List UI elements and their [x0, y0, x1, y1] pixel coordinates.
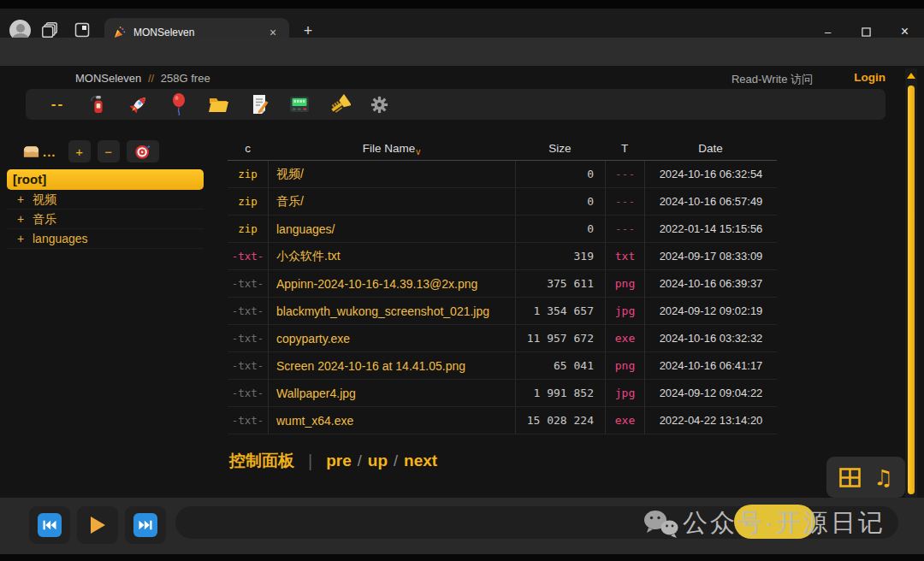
tree-collapse-button[interactable]: −	[98, 140, 120, 162]
up-link[interactable]: up	[368, 452, 388, 470]
file-link[interactable]: 音乐/	[276, 194, 304, 210]
file-size: 375 611	[515, 270, 605, 297]
memo-icon	[250, 94, 269, 115]
tree-expand-icon[interactable]: +	[17, 229, 33, 249]
watermark-text: 公众号·开源日记	[683, 506, 886, 540]
file-size: 0	[515, 161, 605, 187]
tree-list: +视频 +音乐 +languages	[7, 190, 204, 249]
header-size[interactable]: Size	[515, 137, 605, 160]
free-space-label: 258G free	[161, 72, 210, 85]
file-link[interactable]: Screen 2024-10-16 at 14.41.05.png	[276, 359, 465, 373]
avatar-head	[16, 24, 25, 32]
audio-settings-button[interactable]	[319, 92, 359, 117]
grid-view-icon[interactable]	[838, 467, 862, 488]
row-select-cell[interactable]: -txt-	[228, 407, 268, 434]
bread-icon	[22, 144, 40, 159]
header-file-name[interactable]: File Namev	[268, 137, 515, 160]
view-toggle-widget: ♫	[826, 457, 905, 498]
file-link[interactable]: 视频/	[276, 167, 304, 182]
file-size: 11 957 672	[515, 325, 605, 351]
file-type: txt	[605, 243, 644, 269]
settings-button[interactable]	[359, 92, 400, 117]
file-type: exe	[605, 325, 644, 351]
header-date[interactable]: Date	[644, 137, 777, 160]
file-link[interactable]: languages/	[276, 222, 335, 236]
scroll-up-icon[interactable]	[907, 73, 915, 79]
tree-sidebar: ... + − [root] +视频 +音乐 +languages	[7, 137, 204, 249]
file-date: 2022-01-14 15:15:56	[644, 216, 777, 242]
tree-locate-button[interactable]	[127, 140, 159, 162]
gear-icon	[370, 95, 389, 115]
file-date: 2024-10-16 06:41:17	[644, 352, 777, 379]
open-folder-icon	[208, 95, 230, 114]
volume-link[interactable]: MONSeleven	[75, 72, 141, 85]
tree-item-label: 视频	[33, 192, 56, 206]
row-select-cell[interactable]: -txt-	[228, 380, 268, 406]
prev-track-icon	[38, 513, 62, 537]
file-size: 319	[515, 243, 605, 269]
row-select-cell[interactable]: zip	[228, 188, 268, 215]
basic-upload-button[interactable]	[158, 92, 198, 117]
control-panel-link[interactable]: 控制面板	[229, 450, 294, 472]
bread-dots-label: ...	[43, 145, 56, 159]
audio-player-icon[interactable]: ♫	[874, 465, 892, 490]
unpost-button[interactable]	[78, 92, 118, 117]
tree-expand-icon[interactable]: +	[17, 210, 33, 229]
action-toolbar: --	[26, 89, 886, 120]
pre-link[interactable]: pre	[326, 452, 352, 470]
file-link[interactable]: Wallpaper4.jpg	[276, 387, 356, 400]
row-select-cell[interactable]: zip	[228, 161, 268, 187]
header-checkbox-col[interactable]: c	[228, 137, 268, 160]
table-row: -txt- Screen 2024-10-16 at 14.41.05.png …	[228, 352, 777, 380]
breadcrumb: MONSeleven // 258G free	[75, 72, 210, 85]
page-scrollbar[interactable]	[905, 68, 917, 554]
up2k-upload-button[interactable]	[118, 92, 158, 117]
login-link[interactable]: Login	[854, 71, 886, 84]
tree-expand-button[interactable]: +	[68, 140, 91, 162]
footer-links: 控制面板 | pre / up / next	[229, 450, 437, 472]
tree-controls: ... + −	[7, 137, 204, 166]
maximize-icon	[862, 27, 871, 37]
row-select-cell[interactable]: zip	[228, 216, 268, 242]
new-doc-button[interactable]	[239, 92, 279, 117]
scrollbar-thumb[interactable]	[908, 86, 915, 494]
mkdir-button[interactable]	[198, 92, 239, 117]
file-link[interactable]: copyparty.exe	[276, 332, 350, 345]
row-select-cell[interactable]: -txt-	[228, 298, 268, 324]
text-size-button[interactable]: --	[38, 92, 78, 117]
header-type[interactable]: T	[605, 137, 644, 160]
trumpet-icon	[329, 94, 351, 115]
file-table: c File Namev Size T Date zip 视频/ 0 --- 2…	[228, 137, 777, 434]
row-select-cell[interactable]: -txt-	[228, 270, 268, 297]
send-msg-button[interactable]	[279, 92, 319, 117]
breadcrumb-toggle-button[interactable]: ...	[17, 140, 62, 162]
play-button[interactable]	[77, 506, 118, 544]
file-date: 2024-10-16 06:57:49	[644, 188, 777, 215]
file-type: jpg	[605, 380, 644, 406]
prev-track-button[interactable]	[29, 506, 70, 544]
target-dart-icon	[134, 143, 151, 160]
tree-expand-icon[interactable]: +	[17, 190, 33, 210]
copyparty-page: MONSeleven // 258G free Read-Write 访问 Lo…	[0, 66, 924, 498]
row-select-cell[interactable]: -txt-	[228, 325, 268, 351]
next-track-button[interactable]	[125, 506, 166, 544]
bottom-strip	[0, 554, 924, 561]
file-type: ---	[605, 188, 644, 215]
balloon-icon	[170, 93, 187, 115]
row-select-cell[interactable]: -txt-	[228, 352, 268, 379]
row-select-cell[interactable]: -txt-	[228, 243, 268, 269]
file-type: ---	[605, 161, 644, 187]
tree-item[interactable]: +languages	[7, 229, 204, 249]
file-link[interactable]: wumt_x64.exe	[276, 414, 353, 428]
header-file-name-label: File Name	[363, 142, 416, 155]
file-link[interactable]: Appinn-2024-10-16-14.39.13@2x.png	[276, 277, 477, 291]
tree-item[interactable]: +音乐	[7, 210, 204, 229]
table-row: -txt- Appinn-2024-10-16-14.39.13@2x.png …	[228, 270, 777, 298]
file-date: 2024-10-16 03:32:32	[644, 325, 777, 351]
next-link[interactable]: next	[404, 452, 437, 470]
tree-item-root-selected[interactable]: [root]	[7, 169, 204, 190]
file-link[interactable]: blackmyth_wukong_screenshot_021.jpg	[276, 304, 489, 318]
tree-item[interactable]: +视频	[7, 190, 204, 210]
file-link[interactable]: 小众软件.txt	[276, 249, 341, 264]
footer-slash: /	[394, 452, 398, 470]
